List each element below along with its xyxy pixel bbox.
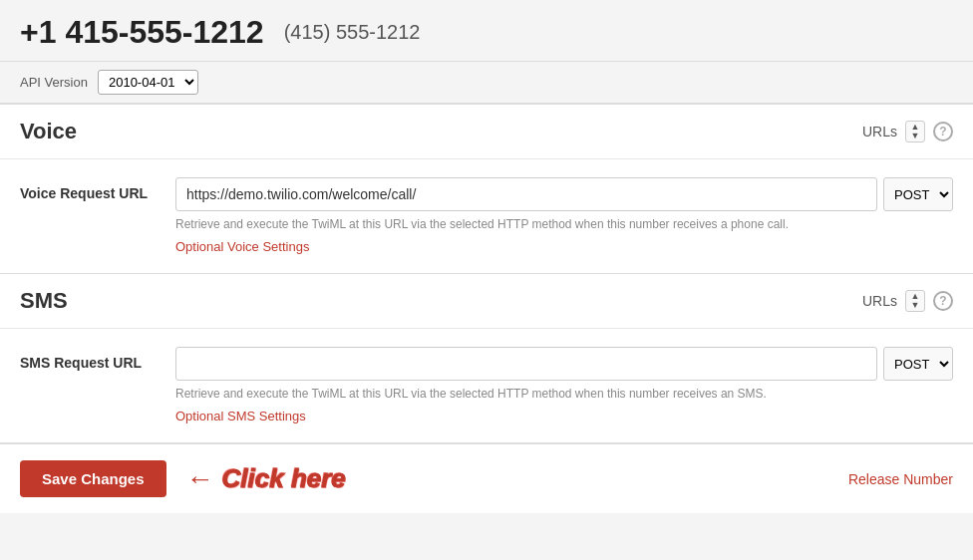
phone-primary: +1 415-555-1212 — [20, 14, 264, 51]
sms-description: Retrieve and execute the TwiML at this U… — [175, 387, 953, 401]
phone-secondary: (415) 555-1212 — [284, 21, 421, 44]
save-changes-button[interactable]: Save Changes — [20, 460, 166, 497]
sms-urls-label: URLs — [862, 293, 897, 309]
voice-optional-settings-link[interactable]: Optional Voice Settings — [175, 239, 309, 254]
voice-input-method-row: POST GET — [175, 177, 953, 211]
sms-method-select[interactable]: POST GET — [883, 347, 953, 381]
voice-urls-label: URLs — [862, 124, 897, 140]
voice-section-header: Voice URLs ▲ ▼ ? — [0, 105, 973, 159]
click-annotation: ← Click here — [186, 463, 346, 495]
voice-section-body: Voice Request URL POST GET Retrieve and … — [0, 159, 973, 273]
page-header: +1 415-555-1212 (415) 555-1212 — [0, 0, 973, 62]
voice-field-controls: POST GET Retrieve and execute the TwiML … — [175, 177, 953, 255]
sms-input-method-row: POST GET — [175, 347, 953, 381]
voice-request-url-row: Voice Request URL POST GET Retrieve and … — [20, 177, 953, 255]
api-version-select[interactable]: 2010-04-01 2008-08-01 — [98, 70, 198, 95]
voice-section-controls: URLs ▲ ▼ ? — [862, 121, 953, 142]
sms-help-icon[interactable]: ? — [933, 291, 953, 311]
voice-method-select[interactable]: POST GET — [883, 177, 953, 211]
release-number-link[interactable]: Release Number — [848, 471, 953, 487]
voice-section-title: Voice — [20, 119, 77, 144]
sms-request-url-row: SMS Request URL POST GET Retrieve and ex… — [20, 347, 953, 424]
sms-section-title: SMS — [20, 288, 68, 314]
sms-sort-arrows[interactable]: ▲ ▼ — [905, 290, 925, 312]
page-footer: Save Changes ← Click here Release Number — [0, 443, 973, 513]
sms-section-body: SMS Request URL POST GET Retrieve and ex… — [0, 329, 973, 442]
click-arrow-icon: ← — [186, 463, 214, 495]
sms-request-url-label: SMS Request URL — [20, 347, 160, 371]
sms-optional-settings-link[interactable]: Optional SMS Settings — [175, 409, 306, 423]
voice-sort-arrows[interactable]: ▲ ▼ — [905, 121, 925, 142]
voice-help-icon[interactable]: ? — [933, 122, 953, 141]
api-version-row: API Version 2010-04-01 2008-08-01 — [0, 62, 973, 105]
voice-request-url-label: Voice Request URL — [20, 177, 160, 201]
click-annotation-text: Click here — [222, 463, 346, 494]
voice-description: Retrieve and execute the TwiML at this U… — [175, 217, 953, 231]
page-wrapper: +1 415-555-1212 (415) 555-1212 API Versi… — [0, 0, 973, 513]
sms-field-controls: POST GET Retrieve and execute the TwiML … — [175, 347, 953, 424]
voice-request-url-input[interactable] — [175, 177, 877, 211]
sms-section-controls: URLs ▲ ▼ ? — [862, 290, 953, 312]
api-version-label: API Version — [20, 75, 88, 90]
voice-section: Voice URLs ▲ ▼ ? Voice Request URL POST — [0, 105, 973, 274]
sms-request-url-input[interactable] — [175, 347, 877, 381]
footer-left: Save Changes ← Click here — [20, 460, 346, 497]
sms-section: SMS Paste the URL here ↓ URLs ▲ ▼ ? SMS … — [0, 274, 973, 443]
sms-section-header: SMS Paste the URL here ↓ URLs ▲ ▼ ? — [0, 274, 973, 329]
